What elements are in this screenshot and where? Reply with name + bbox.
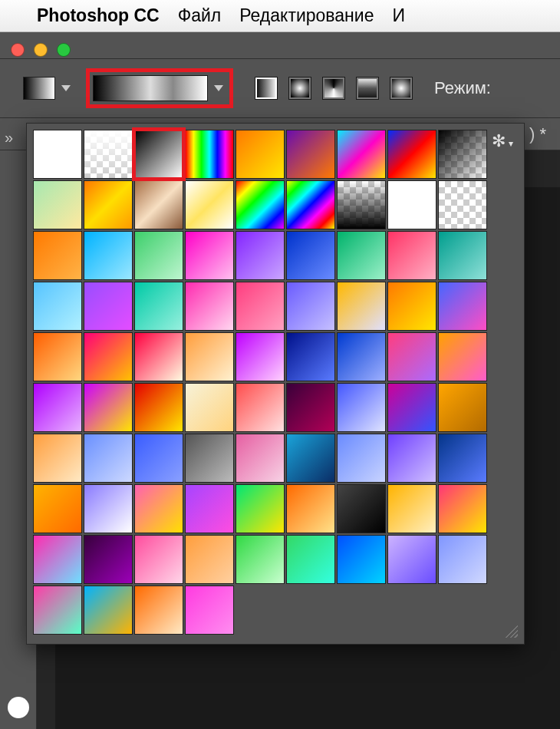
gradient-swatch[interactable] [236, 332, 285, 381]
gradient-swatch[interactable] [236, 434, 285, 483]
gradient-swatch[interactable] [84, 180, 133, 229]
gradient-picker-dropdown[interactable] [86, 68, 233, 108]
gradient-swatch[interactable] [337, 180, 386, 229]
gradient-swatch[interactable] [286, 434, 335, 483]
gradient-swatch[interactable] [185, 332, 234, 381]
gradient-swatch[interactable] [84, 282, 133, 331]
gradient-swatch[interactable] [387, 484, 436, 533]
gradient-swatch[interactable] [236, 383, 285, 432]
gradient-swatch[interactable] [337, 484, 386, 533]
minimize-window-icon[interactable] [34, 43, 48, 57]
gradient-swatch[interactable] [84, 586, 133, 635]
gradient-swatch[interactable] [286, 383, 335, 432]
gradient-swatch[interactable] [236, 282, 285, 331]
gradient-swatch[interactable] [387, 130, 436, 179]
tool-preset-picker[interactable] [23, 77, 71, 100]
gradient-swatch[interactable] [185, 180, 234, 229]
gradient-swatch[interactable] [438, 231, 487, 280]
menu-more-truncated[interactable]: И [392, 5, 405, 26]
gradient-swatch[interactable] [84, 434, 133, 483]
angle-gradient-button[interactable] [322, 77, 345, 100]
gradient-swatch[interactable] [134, 282, 183, 331]
gradient-swatch[interactable] [236, 130, 285, 179]
gradient-swatch[interactable] [286, 282, 335, 331]
zoom-window-icon[interactable] [57, 43, 71, 57]
gradient-swatch[interactable] [387, 282, 436, 331]
gradient-swatch[interactable] [438, 484, 487, 533]
app-name[interactable]: Photoshop CC [37, 5, 160, 26]
gradient-swatch[interactable] [134, 586, 183, 635]
gradient-swatch[interactable] [337, 434, 386, 483]
gradient-swatch[interactable] [236, 484, 285, 533]
panel-flyout-gear-icon[interactable]: ✻ [492, 131, 513, 151]
gradient-swatch[interactable] [286, 231, 335, 280]
gradient-swatch[interactable] [286, 130, 335, 179]
gradient-swatch[interactable] [286, 535, 335, 584]
gradient-swatch[interactable] [33, 535, 82, 584]
gradient-swatch[interactable] [286, 484, 335, 533]
gradient-swatch[interactable] [185, 130, 234, 179]
gradient-swatch[interactable] [33, 434, 82, 483]
gradient-swatch[interactable] [387, 180, 436, 229]
gradient-swatch[interactable] [33, 282, 82, 331]
gradient-swatch[interactable] [84, 332, 133, 381]
expand-panels-icon[interactable]: » [5, 129, 13, 147]
diamond-gradient-button[interactable] [390, 77, 413, 100]
gradient-swatch[interactable] [185, 535, 234, 584]
linear-gradient-button[interactable] [255, 77, 278, 100]
gradient-swatch[interactable] [134, 535, 183, 584]
panel-resize-grip-icon[interactable] [504, 624, 518, 638]
gradient-swatch[interactable] [84, 484, 133, 533]
document-tab-fragment[interactable]: ) * [529, 124, 546, 144]
menu-file[interactable]: Файл [178, 5, 222, 26]
gradient-swatch[interactable] [134, 231, 183, 280]
gradient-swatch[interactable] [387, 231, 436, 280]
gradient-swatch[interactable] [84, 130, 133, 179]
gradient-swatch[interactable] [185, 383, 234, 432]
gradient-swatch[interactable] [438, 434, 487, 483]
gradient-swatch[interactable] [185, 282, 234, 331]
gradient-swatch[interactable] [33, 180, 82, 229]
menu-edit[interactable]: Редактирование [239, 5, 374, 26]
gradient-swatch[interactable] [33, 383, 82, 432]
gradient-swatch[interactable] [134, 130, 183, 179]
gradient-swatch[interactable] [185, 434, 234, 483]
gradient-swatch[interactable] [337, 282, 386, 331]
gradient-swatch[interactable] [438, 180, 487, 229]
gradient-swatch[interactable] [33, 332, 82, 381]
gradient-swatch[interactable] [33, 130, 82, 179]
close-window-icon[interactable] [11, 43, 25, 57]
gradient-swatch[interactable] [236, 180, 285, 229]
gradient-swatch[interactable] [33, 231, 82, 280]
gradient-swatch[interactable] [33, 586, 82, 635]
radial-gradient-button[interactable] [288, 77, 311, 100]
gradient-swatch[interactable] [134, 484, 183, 533]
gradient-swatch[interactable] [185, 231, 234, 280]
gradient-swatch[interactable] [84, 535, 133, 584]
gradient-swatch[interactable] [337, 332, 386, 381]
gradient-swatch[interactable] [236, 535, 285, 584]
gradient-swatch[interactable] [337, 231, 386, 280]
gradient-swatch[interactable] [134, 332, 183, 381]
gradient-swatch[interactable] [185, 586, 234, 635]
gradient-swatch[interactable] [185, 484, 234, 533]
gradient-swatch[interactable] [438, 130, 487, 179]
gradient-swatch[interactable] [387, 383, 436, 432]
gradient-swatch[interactable] [387, 434, 436, 483]
gradient-swatch[interactable] [286, 180, 335, 229]
reflected-gradient-button[interactable] [356, 77, 379, 100]
gradient-swatch[interactable] [337, 383, 386, 432]
gradient-swatch[interactable] [286, 332, 335, 381]
gradient-swatch[interactable] [33, 484, 82, 533]
gradient-swatch[interactable] [387, 535, 436, 584]
gradient-swatch[interactable] [337, 130, 386, 179]
gradient-swatch[interactable] [84, 383, 133, 432]
gradient-swatch[interactable] [134, 434, 183, 483]
gradient-swatch[interactable] [134, 180, 183, 229]
gradient-swatch[interactable] [84, 231, 133, 280]
gradient-swatch[interactable] [134, 383, 183, 432]
gradient-swatch[interactable] [438, 332, 487, 381]
gradient-swatch[interactable] [438, 282, 487, 331]
gradient-swatch[interactable] [438, 535, 487, 584]
zoom-tool-icon[interactable] [8, 697, 29, 718]
